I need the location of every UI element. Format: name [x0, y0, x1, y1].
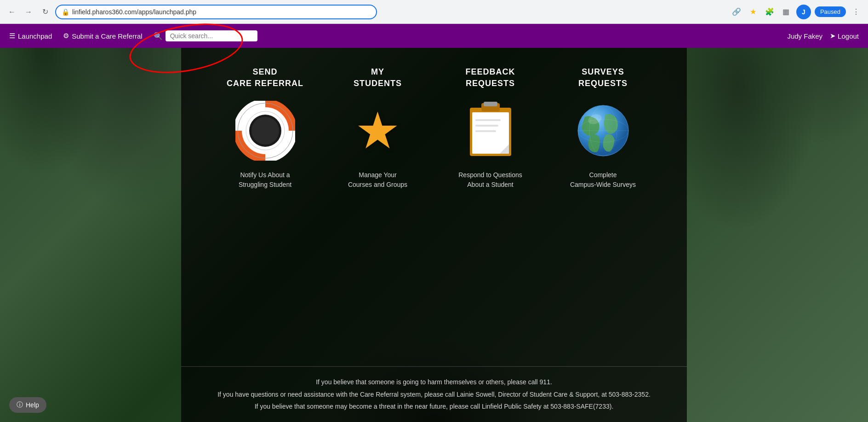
- svg-rect-8: [484, 102, 497, 106]
- paused-button[interactable]: Paused: [815, 6, 846, 17]
- surveys-requests-title: SURVEYSREQUESTS: [578, 66, 628, 89]
- help-button[interactable]: ⓘ Help: [9, 397, 46, 413]
- search-input[interactable]: [166, 30, 257, 41]
- svg-point-3: [251, 117, 279, 145]
- my-students-tile[interactable]: MYSTUDENTS ★ Manage YourCourses and Grou…: [327, 66, 428, 190]
- submit-care-referral-nav-item[interactable]: ⚙ Submit a Care Referral: [63, 32, 142, 40]
- browser-right-icons: 🔗 ★ 🧩 ▦ J Paused ⋮: [730, 5, 862, 19]
- feedback-requests-title: FEEDBACKREQUESTS: [465, 66, 515, 89]
- nav-right: Judy Fakey ➤ Logout: [787, 32, 859, 40]
- feedback-requests-icon: [458, 98, 523, 163]
- surveys-requests-tile[interactable]: SURVEYSREQUESTS: [553, 66, 654, 190]
- feedback-requests-tile[interactable]: FEEDBACKREQUESTS: [440, 66, 541, 190]
- main-content: SENDCARE REFERRAL: [0, 48, 868, 422]
- logout-label: Logout: [838, 32, 859, 40]
- extensions-icon[interactable]: 🧩: [763, 6, 776, 18]
- star-icon: ★: [355, 105, 400, 156]
- svg-rect-12: [475, 130, 496, 132]
- help-icon: ⓘ: [17, 401, 23, 409]
- launchpad-nav-item[interactable]: ☰ Launchpad: [9, 32, 52, 40]
- footer-line3: If you believe that someone may become a…: [200, 400, 668, 413]
- paused-label: Paused: [820, 8, 840, 15]
- svg-rect-11: [475, 125, 498, 127]
- url-input[interactable]: [72, 8, 371, 16]
- send-care-referral-desc: Notify Us About aStruggling Student: [239, 170, 291, 190]
- send-care-referral-title: SENDCARE REFERRAL: [227, 66, 303, 89]
- help-label: Help: [26, 401, 39, 409]
- tiles-area: SENDCARE REFERRAL: [181, 48, 687, 366]
- menu-icon[interactable]: ⋮: [850, 6, 862, 18]
- logout-link[interactable]: ➤ Logout: [830, 32, 859, 40]
- hamburger-icon: ☰: [9, 32, 15, 40]
- care-referral-icon: ⚙: [63, 32, 69, 40]
- footer-line2: If you have questions or need assistance…: [200, 388, 668, 401]
- address-bar[interactable]: 🔒: [55, 5, 377, 19]
- reload-button[interactable]: ↻: [39, 6, 51, 18]
- username-label: Judy Fakey: [787, 32, 822, 40]
- bookmark-icon[interactable]: ★: [747, 6, 760, 18]
- forward-button[interactable]: →: [22, 6, 35, 18]
- my-students-title: MYSTUDENTS: [354, 66, 402, 89]
- search-icon: 🔍: [154, 32, 163, 40]
- search-container: 🔍: [154, 30, 257, 41]
- share-icon[interactable]: 🔗: [730, 6, 743, 18]
- send-care-referral-icon: [233, 98, 297, 163]
- back-button[interactable]: ←: [6, 6, 18, 18]
- card-footer: If you believe that someone is going to …: [181, 366, 687, 422]
- my-students-desc: Manage YourCourses and Groups: [348, 170, 407, 190]
- lock-icon: 🔒: [62, 8, 69, 16]
- send-care-referral-tile[interactable]: SENDCARE REFERRAL: [215, 66, 316, 190]
- my-students-icon: ★: [346, 98, 410, 163]
- profile-button[interactable]: J: [796, 5, 811, 19]
- submit-care-referral-label: Submit a Care Referral: [72, 32, 142, 40]
- launchpad-label: Launchpad: [18, 32, 52, 40]
- feedback-requests-desc: Respond to QuestionsAbout a Student: [458, 170, 522, 190]
- center-card: SENDCARE REFERRAL: [181, 48, 687, 422]
- footer-line1: If you believe that someone is going to …: [200, 376, 668, 388]
- logout-icon: ➤: [830, 32, 836, 40]
- svg-rect-10: [475, 119, 501, 121]
- svg-rect-9: [472, 112, 509, 154]
- sidebar-toggle-icon[interactable]: ▦: [780, 6, 793, 18]
- surveys-requests-desc: CompleteCampus-Wide Surveys: [570, 170, 636, 190]
- app-navbar: ☰ Launchpad ⚙ Submit a Care Referral 🔍 J…: [0, 24, 868, 48]
- browser-chrome: ← → ↻ 🔒 🔗 ★ 🧩 ▦ J Paused ⋮: [0, 0, 868, 24]
- surveys-requests-icon: [571, 98, 635, 163]
